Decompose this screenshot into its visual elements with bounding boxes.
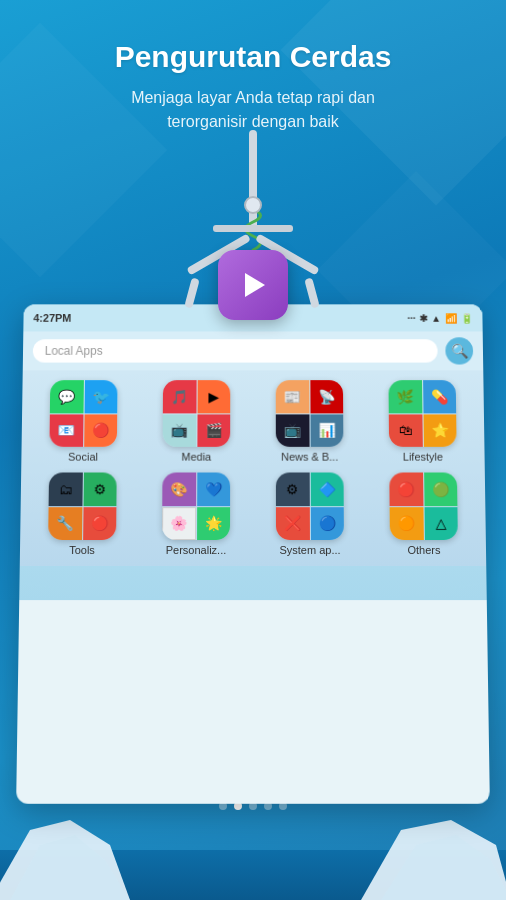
iceberg-right: [351, 815, 506, 900]
lifestyle-icon-group: 🌿 💊 🛍 ⭐: [388, 380, 456, 447]
phone-mockup: 4:27PM ··· ✱ ▲ 📶 🔋 Local Apps 🔍 💬 🐦: [16, 304, 490, 803]
social-label: Social: [68, 451, 98, 463]
lifestyle3-icon: 🛍: [389, 414, 423, 447]
lifestyle2-icon: 💊: [423, 380, 457, 413]
bluetooth-icon: ···: [407, 313, 415, 324]
personal-icon-group: 🎨 💙 🌸 🌟: [162, 473, 230, 541]
system3-icon: ❌: [276, 507, 310, 540]
media-icon-group: 🎵 ▶ 📺 🎬: [163, 380, 231, 447]
iceberg-left: [0, 810, 130, 900]
wifi-icon: ✱: [419, 313, 427, 324]
play-button[interactable]: [218, 250, 288, 320]
app-grid: 💬 🐦 📧 🔴 Social 🎵 ▶ 📺 🎬 Media: [20, 370, 486, 566]
others-label: Others: [407, 544, 440, 556]
social3-icon: 📧: [49, 414, 83, 447]
media1-icon: 🎵: [163, 380, 196, 413]
category-media[interactable]: 🎵 ▶ 📺 🎬 Media: [145, 380, 248, 462]
system-label: System ap...: [279, 544, 340, 556]
svg-rect-4: [184, 277, 199, 308]
news-label: News & B...: [281, 451, 338, 463]
category-social[interactable]: 💬 🐦 📧 🔴 Social: [31, 380, 135, 462]
category-others[interactable]: 🔴 🟢 🟠 △ Others: [371, 473, 476, 556]
others4-icon: △: [424, 507, 458, 540]
personal4-icon: 🌟: [197, 507, 231, 540]
bottom-area: [0, 790, 506, 900]
category-personalization[interactable]: 🎨 💙 🌸 🌟 Personaliz...: [144, 473, 248, 556]
news2-icon: 📡: [310, 380, 343, 413]
wifi2-icon: 📶: [445, 313, 457, 324]
lifestyle1-icon: 🌿: [388, 380, 421, 413]
tools2-icon: ⚙: [83, 473, 117, 506]
lifestyle4-icon: ⭐: [423, 414, 457, 447]
svg-point-1: [245, 197, 261, 213]
header-section: Pengurutan Cerdas Menjaga layar Anda tet…: [0, 40, 506, 134]
media2-icon: ▶: [197, 380, 230, 413]
signal-icon: ▲: [431, 313, 441, 324]
others3-icon: 🟠: [390, 507, 424, 540]
news3-icon: 📺: [276, 414, 309, 447]
tools-label: Tools: [69, 544, 95, 556]
svg-rect-5: [304, 277, 319, 308]
battery-icon: 🔋: [461, 313, 473, 324]
others1-icon: 🔴: [389, 473, 423, 506]
play-icon: [245, 273, 265, 297]
news-icon-group: 📰 📡 📺 📊: [276, 380, 344, 447]
news4-icon: 📊: [310, 414, 343, 447]
news1-icon: 📰: [276, 380, 309, 413]
media4-icon: 🎬: [197, 414, 230, 447]
social4-icon: 🔴: [84, 414, 118, 447]
personal2-icon: 💙: [197, 473, 230, 506]
page-subtitle: Menjaga layar Anda tetap rapi danterorga…: [0, 86, 506, 134]
media3-icon: 📺: [163, 414, 196, 447]
personal1-icon: 🎨: [162, 473, 196, 506]
tools3-icon: 🔧: [48, 507, 82, 540]
search-input[interactable]: Local Apps: [33, 339, 438, 362]
system2-icon: 🔷: [310, 473, 344, 506]
svg-rect-0: [249, 130, 257, 230]
others2-icon: 🟢: [424, 473, 458, 506]
system1-icon: ⚙: [276, 473, 309, 506]
tools1-icon: 🗂: [49, 473, 83, 506]
status-icons: ··· ✱ ▲ 📶 🔋: [407, 313, 472, 324]
category-system[interactable]: ⚙ 🔷 ❌ 🔵 System ap...: [258, 473, 362, 556]
search-bar: Local Apps 🔍: [23, 331, 484, 370]
twitter-icon: 🐦: [84, 380, 117, 413]
media-label: Media: [181, 451, 211, 463]
category-lifestyle[interactable]: 🌿 💊 🛍 ⭐ Lifestyle: [371, 380, 475, 462]
personal-label: Personaliz...: [166, 544, 227, 556]
lifestyle-label: Lifestyle: [403, 451, 443, 463]
system4-icon: 🔵: [310, 507, 344, 540]
search-icon[interactable]: 🔍: [445, 337, 473, 364]
social-icon-group: 💬 🐦 📧 🔴: [49, 380, 117, 447]
personal3-icon: 🌸: [162, 507, 196, 540]
page-title: Pengurutan Cerdas: [0, 40, 506, 74]
tools-icon-group: 🗂 ⚙ 🔧 🔴: [48, 473, 117, 541]
system-icon-group: ⚙ 🔷 ❌ 🔵: [276, 473, 344, 541]
svg-rect-6: [213, 225, 293, 232]
category-tools[interactable]: 🗂 ⚙ 🔧 🔴 Tools: [30, 473, 135, 556]
phone-screen: 4:27PM ··· ✱ ▲ 📶 🔋 Local Apps 🔍 💬 🐦: [19, 304, 487, 600]
whatsapp-icon: 💬: [50, 380, 84, 413]
others-icon-group: 🔴 🟢 🟠 △: [389, 473, 458, 541]
category-news[interactable]: 📰 📡 📺 📊 News & B...: [258, 380, 361, 462]
tools4-icon: 🔴: [83, 507, 117, 540]
